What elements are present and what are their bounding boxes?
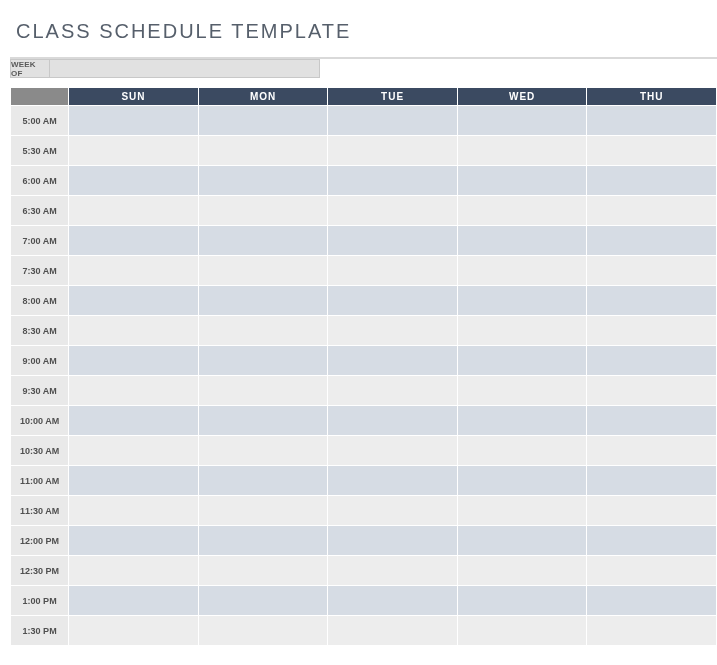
schedule-cell[interactable] <box>328 406 458 436</box>
schedule-cell[interactable] <box>198 586 328 616</box>
schedule-cell[interactable] <box>69 316 199 346</box>
schedule-cell[interactable] <box>69 346 199 376</box>
schedule-cell[interactable] <box>198 406 328 436</box>
schedule-cell[interactable] <box>457 106 587 136</box>
schedule-cell[interactable] <box>328 436 458 466</box>
schedule-cell[interactable] <box>198 106 328 136</box>
schedule-cell[interactable] <box>328 106 458 136</box>
schedule-cell[interactable] <box>587 406 717 436</box>
schedule-cell[interactable] <box>198 466 328 496</box>
schedule-cell[interactable] <box>457 436 587 466</box>
schedule-cell[interactable] <box>198 286 328 316</box>
schedule-cell[interactable] <box>198 496 328 526</box>
schedule-cell[interactable] <box>198 166 328 196</box>
schedule-cell[interactable] <box>328 226 458 256</box>
schedule-cell[interactable] <box>587 226 717 256</box>
schedule-cell[interactable] <box>328 316 458 346</box>
schedule-cell[interactable] <box>457 586 587 616</box>
schedule-cell[interactable] <box>69 226 199 256</box>
schedule-cell[interactable] <box>328 526 458 556</box>
schedule-cell[interactable] <box>457 136 587 166</box>
schedule-cell[interactable] <box>587 316 717 346</box>
day-head-thu: THU <box>587 88 717 106</box>
time-row: 6:30 AM <box>11 196 717 226</box>
schedule-cell[interactable] <box>328 346 458 376</box>
schedule-cell[interactable] <box>328 616 458 646</box>
schedule-cell[interactable] <box>587 586 717 616</box>
schedule-cell[interactable] <box>457 466 587 496</box>
schedule-cell[interactable] <box>587 376 717 406</box>
schedule-cell[interactable] <box>587 556 717 586</box>
schedule-cell[interactable] <box>328 466 458 496</box>
schedule-cell[interactable] <box>198 196 328 226</box>
schedule-cell[interactable] <box>457 166 587 196</box>
page-title: CLASS SCHEDULE TEMPLATE <box>10 10 717 58</box>
schedule-cell[interactable] <box>457 256 587 286</box>
schedule-cell[interactable] <box>69 106 199 136</box>
weekof-input[interactable] <box>50 59 320 78</box>
schedule-cell[interactable] <box>328 556 458 586</box>
schedule-cell[interactable] <box>587 496 717 526</box>
time-label: 1:00 PM <box>11 586 69 616</box>
schedule-cell[interactable] <box>69 616 199 646</box>
schedule-cell[interactable] <box>587 526 717 556</box>
schedule-cell[interactable] <box>328 196 458 226</box>
schedule-cell[interactable] <box>198 226 328 256</box>
schedule-cell[interactable] <box>457 376 587 406</box>
schedule-cell[interactable] <box>587 196 717 226</box>
time-row: 9:00 AM <box>11 346 717 376</box>
time-row: 8:00 AM <box>11 286 717 316</box>
schedule-cell[interactable] <box>198 346 328 376</box>
schedule-cell[interactable] <box>69 436 199 466</box>
schedule-cell[interactable] <box>69 286 199 316</box>
schedule-cell[interactable] <box>69 586 199 616</box>
schedule-cell[interactable] <box>69 556 199 586</box>
time-row: 7:00 AM <box>11 226 717 256</box>
schedule-cell[interactable] <box>69 136 199 166</box>
schedule-cell[interactable] <box>328 496 458 526</box>
schedule-cell[interactable] <box>457 616 587 646</box>
schedule-cell[interactable] <box>587 616 717 646</box>
schedule-cell[interactable] <box>457 196 587 226</box>
schedule-cell[interactable] <box>198 256 328 286</box>
schedule-cell[interactable] <box>457 496 587 526</box>
time-row: 11:30 AM <box>11 496 717 526</box>
schedule-cell[interactable] <box>328 256 458 286</box>
schedule-cell[interactable] <box>69 196 199 226</box>
schedule-cell[interactable] <box>457 556 587 586</box>
schedule-cell[interactable] <box>457 286 587 316</box>
schedule-cell[interactable] <box>69 526 199 556</box>
schedule-cell[interactable] <box>198 526 328 556</box>
schedule-cell[interactable] <box>587 256 717 286</box>
schedule-cell[interactable] <box>69 256 199 286</box>
schedule-cell[interactable] <box>457 316 587 346</box>
schedule-cell[interactable] <box>587 136 717 166</box>
schedule-cell[interactable] <box>328 136 458 166</box>
schedule-cell[interactable] <box>69 406 199 436</box>
schedule-cell[interactable] <box>587 466 717 496</box>
schedule-cell[interactable] <box>328 286 458 316</box>
schedule-cell[interactable] <box>198 436 328 466</box>
schedule-cell[interactable] <box>198 136 328 166</box>
schedule-cell[interactable] <box>328 166 458 196</box>
schedule-cell[interactable] <box>328 586 458 616</box>
schedule-cell[interactable] <box>457 346 587 376</box>
time-label: 10:30 AM <box>11 436 69 466</box>
schedule-cell[interactable] <box>587 106 717 136</box>
schedule-cell[interactable] <box>69 466 199 496</box>
schedule-cell[interactable] <box>69 166 199 196</box>
schedule-cell[interactable] <box>587 166 717 196</box>
schedule-cell[interactable] <box>69 496 199 526</box>
schedule-cell[interactable] <box>457 526 587 556</box>
schedule-cell[interactable] <box>587 286 717 316</box>
schedule-cell[interactable] <box>69 376 199 406</box>
schedule-cell[interactable] <box>198 316 328 346</box>
schedule-cell[interactable] <box>328 376 458 406</box>
schedule-cell[interactable] <box>457 226 587 256</box>
schedule-cell[interactable] <box>198 376 328 406</box>
schedule-cell[interactable] <box>587 436 717 466</box>
schedule-cell[interactable] <box>587 346 717 376</box>
schedule-cell[interactable] <box>457 406 587 436</box>
schedule-cell[interactable] <box>198 616 328 646</box>
schedule-cell[interactable] <box>198 556 328 586</box>
